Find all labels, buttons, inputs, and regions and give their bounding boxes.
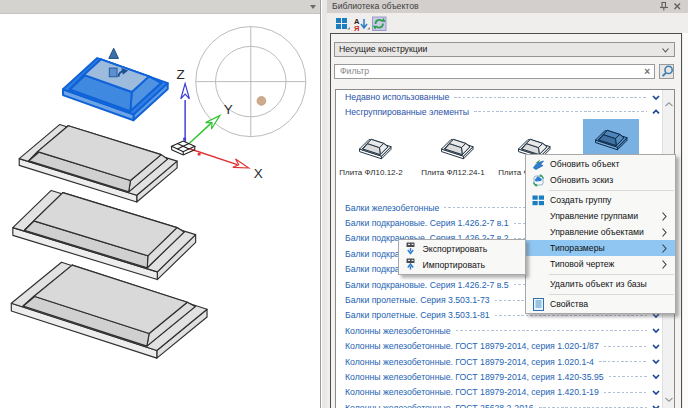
svg-text:Y: Y	[224, 102, 233, 117]
svg-text:Z: Z	[176, 67, 184, 82]
svg-text:Я: Я	[354, 24, 359, 33]
svg-text:X: X	[254, 166, 263, 181]
